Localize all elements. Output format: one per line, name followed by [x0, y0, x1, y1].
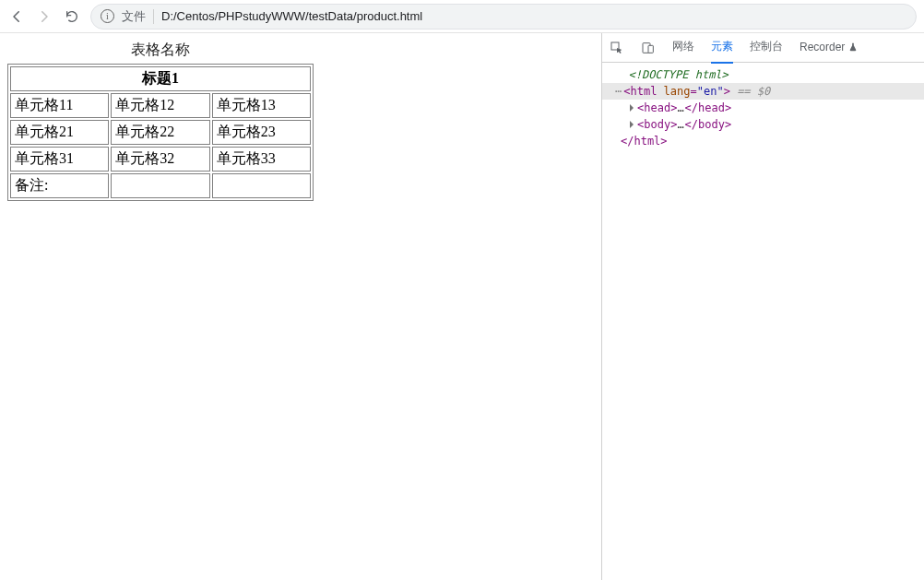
- table-row: 单元格21 单元格22 单元格23: [10, 120, 311, 145]
- tab-elements[interactable]: 元素: [711, 33, 733, 64]
- table-cell: [212, 173, 311, 198]
- demo-table: 标题1 单元格11 单元格12 单元格13 单元格21 单元格22 单元格23 …: [7, 64, 314, 201]
- tab-network[interactable]: 网络: [672, 33, 694, 64]
- table-row: 备注:: [10, 173, 311, 198]
- table-cell: 单元格32: [111, 147, 209, 172]
- dom-doctype[interactable]: <!DOCTYPE html>: [602, 66, 924, 83]
- browser-toolbar: i 文件 D:/Centos/PHPstudyWWW/testData/prod…: [0, 0, 924, 33]
- info-icon: i: [101, 9, 114, 23]
- table-cell: 备注:: [10, 173, 109, 198]
- table-cell: 单元格21: [10, 120, 109, 145]
- table-caption: 表格名称: [7, 41, 314, 60]
- rendered-page: 表格名称 标题1 单元格11 单元格12 单元格13 单元格21 单元格22 单…: [0, 33, 601, 580]
- device-toggle-icon[interactable]: [641, 41, 656, 55]
- expand-icon[interactable]: [630, 121, 634, 128]
- table-cell: 单元格33: [212, 147, 311, 172]
- table-cell: 单元格31: [10, 147, 109, 172]
- table-cell: 单元格22: [111, 120, 209, 145]
- app-root: i 文件 D:/Centos/PHPstudyWWW/testData/prod…: [0, 0, 924, 580]
- table-cell: [111, 173, 209, 198]
- table-header: 标题1: [10, 66, 311, 91]
- expand-icon[interactable]: [630, 104, 634, 112]
- dom-html-open[interactable]: ⋯<html lang="en"> == $0: [602, 83, 924, 100]
- table-cell: 单元格11: [10, 93, 109, 118]
- devtools-toolbar: 网络 元素 控制台 Recorder: [602, 33, 924, 63]
- reload-button[interactable]: [63, 7, 81, 26]
- url-bar[interactable]: i 文件 D:/Centos/PHPstudyWWW/testData/prod…: [90, 4, 917, 30]
- url-divider: [153, 9, 154, 24]
- table-cell: 单元格23: [212, 120, 311, 145]
- forward-button[interactable]: [35, 7, 53, 26]
- back-button[interactable]: [7, 7, 26, 26]
- table-cell: 单元格13: [212, 93, 311, 118]
- dom-body[interactable]: <body>…</body>: [602, 116, 924, 133]
- recorder-label: Recorder: [800, 41, 845, 53]
- inspect-icon[interactable]: [610, 41, 624, 55]
- devtools-panel: 网络 元素 控制台 Recorder <!DOCTYPE html> ⋯<htm…: [601, 33, 924, 580]
- dom-head[interactable]: <head>…</head>: [602, 100, 924, 116]
- table-row: 单元格31 单元格32 单元格33: [10, 147, 311, 172]
- url-path: D:/Centos/PHPstudyWWW/testData/product.h…: [161, 9, 422, 23]
- dom-html-close[interactable]: </html>: [602, 133, 924, 149]
- table-cell: 单元格12: [111, 93, 209, 118]
- svg-rect-2: [648, 45, 653, 53]
- dom-tree[interactable]: <!DOCTYPE html> ⋯<html lang="en"> == $0 …: [602, 63, 924, 580]
- tab-console[interactable]: 控制台: [750, 33, 783, 64]
- tab-recorder[interactable]: Recorder: [800, 33, 858, 63]
- table-row: 单元格11 单元格12 单元格13: [10, 93, 311, 118]
- content-area: 表格名称 标题1 单元格11 单元格12 单元格13 单元格21 单元格22 单…: [0, 33, 924, 580]
- flask-icon: [848, 42, 858, 52]
- url-prefix: 文件: [122, 8, 146, 25]
